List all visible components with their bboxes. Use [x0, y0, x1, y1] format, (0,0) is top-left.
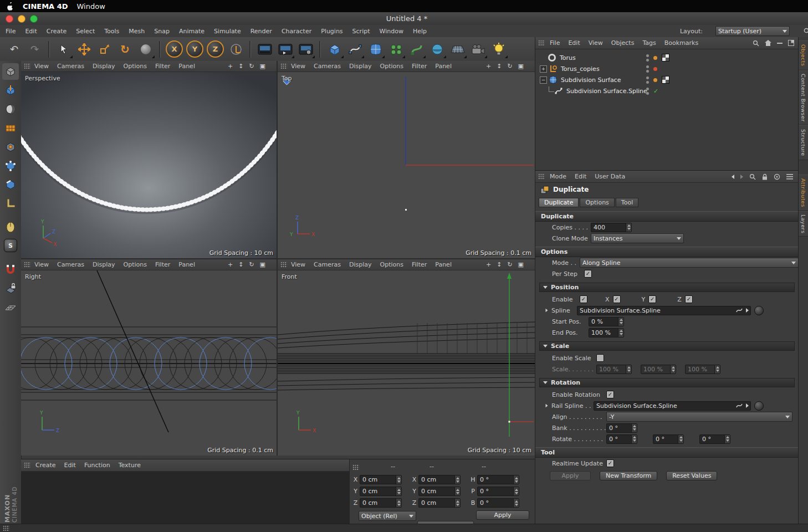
live-selection-tool[interactable]	[54, 39, 73, 59]
copies-field[interactable]: 400	[591, 223, 632, 232]
environment-button[interactable]	[427, 39, 447, 59]
section-rotation[interactable]: Rotation	[539, 378, 795, 387]
apple-icon[interactable]	[7, 2, 14, 11]
enable-scale-checkbox[interactable]	[596, 354, 604, 362]
menu-plugins[interactable]: Plugins	[321, 28, 342, 35]
apply-button[interactable]: Apply	[550, 471, 591, 480]
section-position[interactable]: Position	[539, 283, 795, 292]
viewport-pan-icon[interactable]: +	[486, 63, 491, 70]
panel-grip-icon[interactable]	[24, 462, 30, 468]
panel-grip-icon[interactable]	[280, 63, 287, 69]
pos-x-field[interactable]: 0 cm	[360, 475, 402, 484]
om-menu-tags[interactable]: Tags	[642, 39, 656, 47]
tab-layers[interactable]: Layers	[799, 211, 808, 237]
viewport-top[interactable]: View Cameras Display Options Filter Pane…	[278, 61, 535, 258]
vp-menu-options[interactable]: Options	[380, 63, 403, 70]
viewport-solo-button[interactable]	[2, 218, 19, 235]
visibility-dots[interactable]	[646, 76, 649, 84]
move-tool[interactable]	[74, 39, 94, 59]
end-pos-field[interactable]: 100 %	[589, 328, 624, 337]
viewport-right[interactable]: View Cameras Display Options Filter Pane…	[21, 259, 277, 456]
menu-snap[interactable]: Snap	[154, 28, 170, 35]
vp-menu-view[interactable]: View	[291, 63, 305, 70]
menu-mesh[interactable]: Mesh	[129, 28, 145, 35]
spline-picker-button[interactable]	[754, 306, 764, 315]
polygons-mode-button[interactable]	[2, 195, 19, 212]
vp-menu-view[interactable]: View	[34, 63, 49, 70]
vp-menu-cameras[interactable]: Cameras	[57, 261, 84, 268]
scale-x-field[interactable]: 100 %	[596, 365, 632, 374]
section-options[interactable]: Options	[535, 247, 799, 257]
panel-menu-icon[interactable]	[786, 174, 793, 180]
section-duplicate[interactable]: Duplicate	[535, 211, 799, 222]
viewport-dolly-icon[interactable]: ↕	[497, 261, 502, 268]
floor-button[interactable]	[448, 39, 467, 59]
field-menu-icon[interactable]	[746, 403, 749, 408]
realtime-update-checkbox[interactable]: ✓	[606, 459, 614, 467]
tab-attributes[interactable]: Attributes	[799, 175, 808, 211]
menu-file[interactable]: File	[6, 28, 16, 35]
size-x-field[interactable]: 0 cm	[418, 475, 461, 484]
array-generator-button[interactable]	[386, 39, 406, 59]
viewport-pan-icon[interactable]: +	[228, 63, 233, 70]
menu-select[interactable]: Select	[76, 28, 95, 35]
viewport-dolly-icon[interactable]: ↕	[238, 63, 243, 70]
menu-help[interactable]: Help	[413, 28, 427, 35]
vp-menu-panel[interactable]: Panel	[435, 63, 452, 70]
vp-menu-cameras[interactable]: Cameras	[314, 63, 341, 70]
object-label[interactable]: Torus_copies	[561, 65, 600, 73]
minus-icon[interactable]	[777, 40, 783, 46]
expand-triangle-icon[interactable]	[546, 309, 548, 312]
tab-duplicate[interactable]: Duplicate	[539, 198, 579, 207]
vp-menu-panel[interactable]: Panel	[435, 261, 452, 268]
texture-tag-icon[interactable]	[662, 54, 669, 62]
viewport-pan-icon[interactable]: +	[228, 261, 233, 268]
undo-button[interactable]: ↶	[4, 39, 24, 59]
expand-triangle-icon[interactable]	[546, 404, 548, 407]
x-axis-lock-button[interactable]: X	[165, 39, 184, 59]
menu-window[interactable]: Window	[380, 28, 403, 35]
viewport-front[interactable]: View Cameras Display Options Filter Pane…	[278, 259, 535, 456]
panel-grip-icon[interactable]	[538, 40, 545, 46]
viewport-dolly-icon[interactable]: ↕	[497, 63, 502, 70]
attr-menu-userdata[interactable]: User Data	[595, 173, 625, 180]
workplane-lock-button[interactable]	[2, 280, 19, 297]
history-forward-icon[interactable]	[740, 175, 743, 179]
size-y-field[interactable]: 0 cm	[418, 487, 461, 496]
redo-button[interactable]: ↷	[25, 39, 44, 59]
position-z-checkbox[interactable]: ✓	[685, 295, 693, 303]
object-label[interactable]: Subdivision Surface	[561, 76, 621, 84]
viewport-orbit-icon[interactable]: ↻	[249, 261, 254, 268]
panel-grip-icon[interactable]	[24, 63, 30, 69]
object-row-subdivision-spline[interactable]: Subdivision Surface.Spline ✓	[535, 86, 799, 96]
render-settings-button[interactable]	[296, 39, 315, 59]
scale-y-field[interactable]: 100 %	[641, 365, 676, 374]
lock-icon[interactable]	[762, 173, 768, 180]
front-scene[interactable]: Y X Front Grid Spacing : 10 cm	[278, 270, 535, 456]
om-menu-view[interactable]: View	[589, 39, 603, 47]
visibility-dots[interactable]	[646, 88, 649, 95]
vp-menu-display[interactable]: Display	[349, 63, 372, 70]
bank-field[interactable]: 0 °	[606, 423, 637, 433]
position-y-checkbox[interactable]: ✓	[648, 295, 656, 303]
om-menu-bookmarks[interactable]: Bookmarks	[664, 39, 698, 47]
vp-menu-options[interactable]: Options	[124, 63, 147, 70]
panel-grip-icon[interactable]	[538, 173, 545, 180]
field-menu-icon[interactable]	[746, 308, 749, 313]
vp-menu-cameras[interactable]: Cameras	[314, 261, 341, 268]
panel-grip-icon[interactable]	[24, 262, 30, 268]
enabled-check-icon[interactable]: ✓	[653, 88, 658, 95]
object-row-torus[interactable]: Torus	[535, 53, 799, 63]
vp-menu-display[interactable]: Display	[93, 261, 115, 268]
mode-select[interactable]: Along Spline	[580, 258, 799, 268]
position-x-checkbox[interactable]: ✓	[613, 295, 621, 303]
rot-p-field[interactable]: 0 °	[477, 487, 519, 496]
panel-grip-icon[interactable]	[3, 525, 9, 531]
subdivision-surface-button[interactable]	[366, 39, 385, 59]
tab-structure[interactable]: Structure	[799, 125, 808, 160]
viewport-pan-icon[interactable]: +	[486, 261, 491, 268]
vp-menu-panel[interactable]: Panel	[178, 63, 195, 70]
menu-script[interactable]: Script	[352, 28, 370, 35]
workplane-mode-button[interactable]	[2, 120, 19, 136]
vp-menu-view[interactable]: View	[291, 261, 305, 268]
